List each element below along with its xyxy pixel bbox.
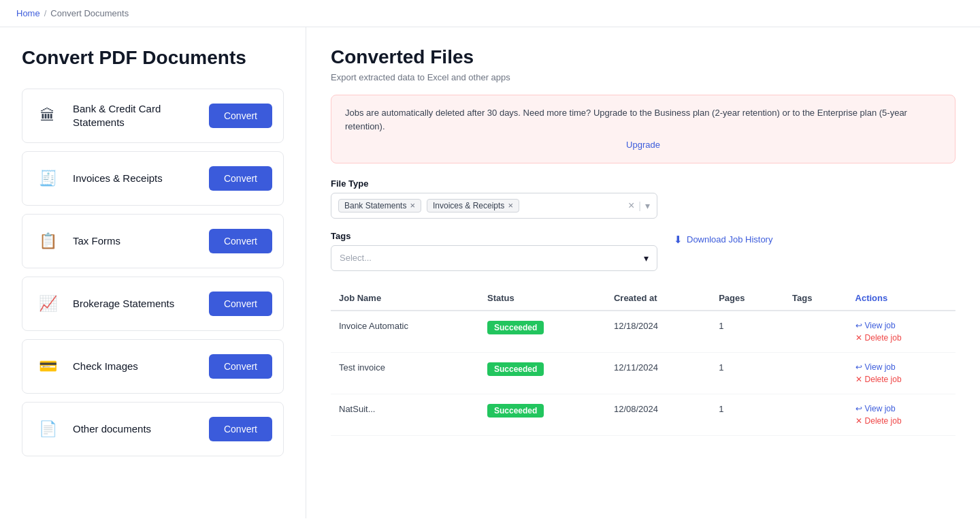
tags-filter: Tags Select... ▾ [331, 231, 657, 271]
doc-label-brokerage: Brokerage Statements [73, 297, 198, 311]
doc-icon-brokerage: 📈 [33, 289, 62, 318]
chip-bank-statements[interactable]: Bank Statements × [338, 199, 421, 213]
doc-icon-invoices-receipts: 🧾 [33, 164, 62, 193]
doc-card-other-docs: 📄 Other documents Convert [22, 402, 284, 456]
upgrade-link[interactable]: Upgrade [345, 138, 941, 152]
created-at-cell: 12/18/2024 [606, 311, 710, 353]
doc-card-bank-credit: 🏛 Bank & Credit Card Statements Convert [22, 89, 284, 143]
doc-card-tax-forms: 📋 Tax Forms Convert [22, 214, 284, 268]
convert-btn-check-images[interactable]: Convert [209, 354, 272, 379]
delete-job-icon: ✕ [855, 416, 862, 426]
doc-label-check-images: Check Images [73, 360, 198, 373]
col-actions: Actions [847, 286, 956, 311]
created-at-cell: 12/11/2024 [606, 352, 710, 394]
convert-btn-invoices-receipts[interactable]: Convert [209, 166, 272, 191]
col-job-name: Job Name [331, 286, 479, 311]
jobs-table-body: Invoice Automatic Succeeded 12/18/2024 1… [331, 311, 956, 436]
remove-invoices-chip[interactable]: × [508, 201, 513, 210]
breadcrumb-separator: / [44, 8, 47, 18]
status-badge: Succeeded [487, 362, 544, 376]
status-badge: Succeeded [487, 321, 544, 334]
delete-job-icon: ✕ [855, 333, 862, 343]
status-cell: Succeeded [479, 394, 606, 435]
table-row: Invoice Automatic Succeeded 12/18/2024 1… [331, 311, 956, 353]
tags-row: Tags Select... ▾ ⬇ Download Job History [331, 231, 956, 271]
download-job-history-link[interactable]: ⬇ Download Job History [674, 231, 772, 246]
pages-cell: 1 [710, 311, 784, 353]
file-type-select-box[interactable]: Bank Statements × Invoices & Receipts × … [331, 193, 657, 219]
download-icon: ⬇ [674, 234, 683, 246]
doc-card-invoices-receipts: 🧾 Invoices & Receipts Convert [22, 151, 284, 206]
breadcrumb-home[interactable]: Home [16, 8, 40, 18]
view-job-link[interactable]: ↩ View job [855, 404, 947, 413]
tags-cell [784, 394, 847, 435]
job-name-cell: Invoice Automatic [331, 311, 479, 353]
view-job-link[interactable]: ↩ View job [855, 362, 947, 372]
actions-cell: ↩ View job ✕ Delete job [847, 311, 956, 353]
convert-btn-bank-credit[interactable]: Convert [209, 104, 272, 128]
select-clear-btn[interactable]: × [628, 200, 634, 212]
delete-job-link[interactable]: ✕ Delete job [855, 375, 947, 384]
doc-card-check-images: 💳 Check Images Convert [22, 339, 284, 394]
doc-card-brokerage: 📈 Brokerage Statements Convert [22, 277, 284, 331]
job-name-cell: Test invoice [331, 352, 479, 394]
status-cell: Succeeded [479, 352, 606, 394]
document-type-list: 🏛 Bank & Credit Card Statements Convert … [22, 89, 284, 456]
col-status: Status [479, 286, 606, 311]
table-row: NatSuit... Succeeded 12/08/2024 1 ↩ View… [331, 394, 956, 435]
left-panel: Convert PDF Documents 🏛 Bank & Credit Ca… [0, 27, 306, 518]
tags-select-box[interactable]: Select... ▾ [331, 245, 657, 271]
pages-cell: 1 [710, 352, 784, 394]
doc-icon-tax-forms: 📋 [33, 227, 62, 255]
select-dropdown-arrow[interactable]: ▾ [645, 200, 650, 211]
doc-icon-other-docs: 📄 [33, 415, 62, 443]
doc-label-tax-forms: Tax Forms [73, 234, 198, 248]
view-job-icon: ↩ [855, 362, 862, 372]
converted-files-title: Converted Files [331, 46, 956, 68]
pages-cell: 1 [710, 394, 784, 435]
file-type-label: File Type [331, 178, 956, 189]
delete-job-icon: ✕ [855, 375, 862, 384]
created-at-cell: 12/08/2024 [606, 394, 710, 435]
convert-btn-tax-forms[interactable]: Convert [209, 229, 272, 253]
page-title: Convert PDF Documents [22, 46, 284, 69]
tags-placeholder: Select... [340, 253, 638, 263]
table-header: Job Name Status Created at Pages Tags Ac… [331, 286, 956, 311]
converted-files-subtitle: Export extracted data to Excel and other… [331, 72, 956, 82]
convert-btn-brokerage[interactable]: Convert [209, 292, 272, 316]
chip-label: Invoices & Receipts [433, 201, 504, 210]
doc-label-bank-credit: Bank & Credit Card Statements [73, 102, 198, 129]
status-cell: Succeeded [479, 311, 606, 353]
doc-icon-check-images: 💳 [33, 352, 62, 381]
alert-box: Jobs are automatically deleted after 30 … [331, 95, 956, 163]
convert-btn-other-docs[interactable]: Convert [209, 417, 272, 441]
actions-cell: ↩ View job ✕ Delete job [847, 394, 956, 435]
status-badge: Succeeded [487, 404, 544, 418]
alert-message: Jobs are automatically deleted after 30 … [345, 108, 907, 131]
doc-label-other-docs: Other documents [73, 422, 198, 436]
download-job-history-label: Download Job History [687, 234, 772, 245]
breadcrumb-current: Convert Documents [50, 8, 129, 18]
delete-job-link[interactable]: ✕ Delete job [855, 333, 947, 343]
view-job-icon: ↩ [855, 321, 862, 330]
doc-icon-bank-credit: 🏛 [33, 101, 62, 130]
tags-dropdown-arrow[interactable]: ▾ [644, 253, 649, 264]
jobs-table: Job Name Status Created at Pages Tags Ac… [331, 286, 956, 436]
tags-cell [784, 311, 847, 353]
divider: | [638, 200, 641, 211]
chip-invoices-receipts[interactable]: Invoices & Receipts × [427, 199, 519, 213]
view-job-link[interactable]: ↩ View job [855, 321, 947, 330]
doc-label-invoices-receipts: Invoices & Receipts [73, 172, 198, 185]
chip-label: Bank Statements [344, 201, 406, 210]
file-type-filter: File Type Bank Statements × Invoices & R… [331, 178, 956, 219]
select-actions: × | ▾ [628, 200, 650, 212]
job-name-cell: NatSuit... [331, 394, 479, 435]
remove-bank-chip[interactable]: × [410, 201, 415, 210]
col-created-at: Created at [606, 286, 710, 311]
delete-job-link[interactable]: ✕ Delete job [855, 416, 947, 426]
view-job-icon: ↩ [855, 404, 862, 413]
col-tags: Tags [784, 286, 847, 311]
right-panel: Converted Files Export extracted data to… [306, 27, 980, 518]
tags-label: Tags [331, 231, 657, 241]
table-row: Test invoice Succeeded 12/11/2024 1 ↩ Vi… [331, 352, 956, 394]
